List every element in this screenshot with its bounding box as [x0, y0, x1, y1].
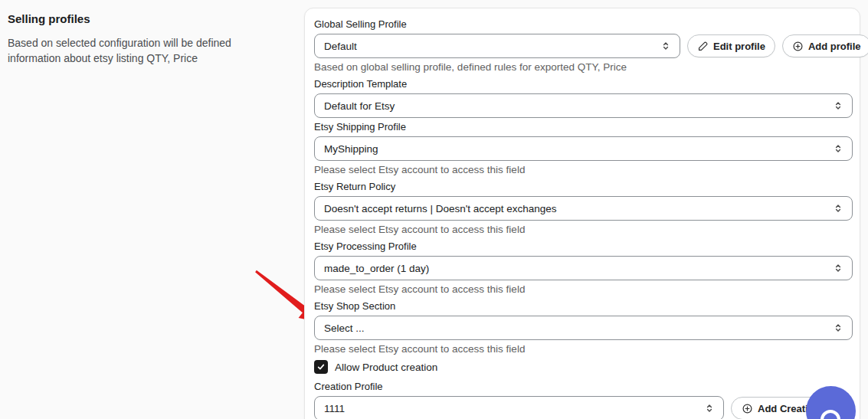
section-description: Based on selected configuration will be …: [8, 35, 260, 66]
plus-circle-icon: [792, 41, 804, 52]
add-profile-button[interactable]: Add profile: [782, 34, 868, 57]
settings-card: Global Selling Profile Default Edit prof…: [304, 8, 860, 419]
etsy-shop-section-label: Etsy Shop Section: [314, 300, 853, 313]
etsy-processing-profile-select[interactable]: made_to_order (1 day): [314, 256, 853, 280]
etsy-shipping-profile-helper: Please select Etsy account to access thi…: [314, 164, 853, 176]
edit-profile-button[interactable]: Edit profile: [687, 34, 775, 57]
section-intro: Selling profiles Based on selected confi…: [8, 12, 260, 66]
plus-circle-icon: [742, 403, 753, 414]
etsy-return-policy-helper: Please select Etsy account to access thi…: [314, 224, 853, 236]
etsy-shipping-profile-label: Etsy Shipping Profile: [314, 121, 853, 133]
global-selling-profile-label: Global Selling Profile: [314, 18, 853, 31]
allow-product-creation-checkbox[interactable]: [314, 360, 328, 374]
edit-profile-button-label: Edit profile: [713, 41, 765, 52]
etsy-shop-section-value: Select ...: [324, 322, 365, 334]
description-template-label: Description Template: [314, 78, 853, 90]
select-stepper-icon: [832, 202, 844, 214]
etsy-shop-section-select[interactable]: Select ...: [314, 316, 853, 340]
etsy-processing-profile-helper: Please select Etsy account to access thi…: [314, 283, 853, 296]
etsy-return-policy-label: Etsy Return Policy: [314, 181, 853, 193]
pencil-icon: [697, 41, 709, 52]
chat-icon: [821, 410, 840, 419]
etsy-processing-profile-value: made_to_order (1 day): [324, 263, 429, 274]
creation-profile-value: 1111: [324, 403, 345, 414]
etsy-processing-profile-label: Etsy Processing Profile: [314, 241, 853, 253]
etsy-return-policy-select[interactable]: Doesn't accept returns | Doesn't accept …: [314, 196, 853, 221]
allow-product-creation-label: Allow Product creation: [335, 362, 437, 373]
select-stepper-icon: [832, 100, 844, 112]
add-profile-button-label: Add profile: [808, 41, 861, 52]
etsy-shop-section-helper: Please select Etsy account to access thi…: [314, 343, 853, 355]
select-stepper-icon: [660, 40, 672, 52]
global-selling-profile-helper: Based on global selling profile, defined…: [314, 61, 853, 74]
description-template-value: Default for Etsy: [324, 100, 395, 112]
creation-profile-row: 1111 Add Creation: [314, 396, 853, 419]
global-selling-profile-row: Default Edit profile Add profile: [314, 34, 853, 58]
select-stepper-icon: [832, 322, 844, 334]
creation-profile-label: Creation Profile: [314, 381, 853, 393]
checkmark-icon: [316, 362, 326, 372]
creation-profile-select[interactable]: 1111: [314, 396, 724, 419]
select-stepper-icon: [703, 402, 716, 414]
section-title: Selling profiles: [8, 12, 260, 25]
select-stepper-icon: [832, 142, 844, 155]
description-template-select[interactable]: Default for Etsy: [314, 93, 853, 118]
select-stepper-icon: [832, 262, 844, 274]
etsy-return-policy-value: Doesn't accept returns | Doesn't accept …: [324, 203, 557, 214]
etsy-shipping-profile-select[interactable]: MyShipping: [314, 136, 853, 161]
global-selling-profile-select[interactable]: Default: [314, 34, 680, 58]
global-selling-profile-value: Default: [324, 41, 357, 52]
etsy-shipping-profile-value: MyShipping: [324, 143, 378, 155]
allow-product-creation-row: Allow Product creation: [314, 360, 853, 374]
